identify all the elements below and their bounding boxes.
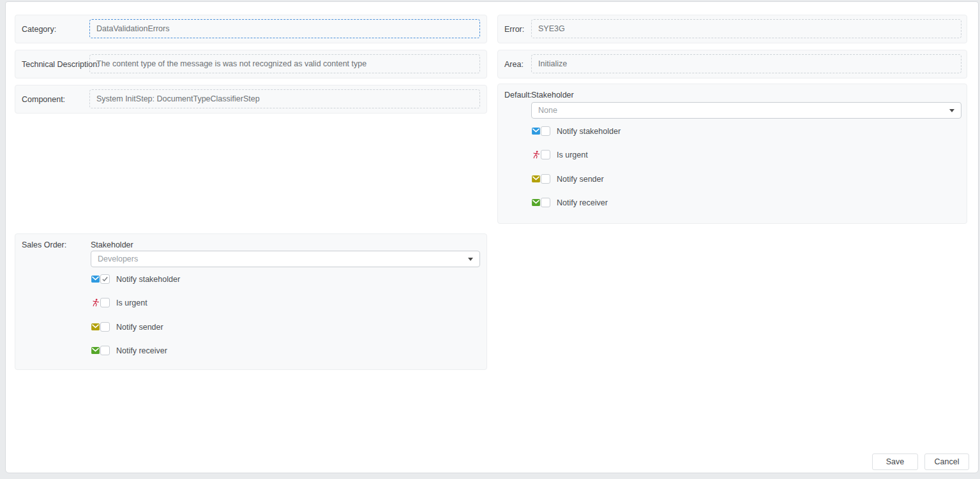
sales-order-is-urgent-row: Is urgent bbox=[91, 297, 147, 308]
mail-yellow-icon bbox=[532, 175, 540, 183]
runner-icon bbox=[91, 299, 100, 307]
error-input[interactable]: SYE3G bbox=[531, 19, 961, 38]
category-value: DataValidationErrors bbox=[96, 24, 169, 33]
sales-order-dropdown-value: Developers bbox=[98, 254, 468, 263]
default-section: Default: Stakeholder None Notify stakeho… bbox=[497, 84, 967, 224]
category-field-group: Category: DataValidationErrors bbox=[15, 15, 487, 43]
option-label: Is urgent bbox=[557, 151, 588, 159]
area-field-group: Area: Initialize bbox=[497, 50, 967, 78]
mail-yellow-icon bbox=[91, 323, 100, 331]
category-input[interactable]: DataValidationErrors bbox=[89, 19, 480, 38]
option-label: Notify receiver bbox=[116, 346, 167, 355]
component-label: Component: bbox=[22, 95, 65, 104]
chevron-down-icon bbox=[949, 109, 954, 112]
default-notify-stakeholder-row: Notify stakeholder bbox=[532, 126, 621, 136]
sales-order-label: Sales Order: bbox=[22, 240, 66, 249]
default-notify-sender-checkbox[interactable] bbox=[541, 174, 550, 184]
area-value: Initialize bbox=[538, 59, 567, 68]
technical-description-label: Technical Description: bbox=[22, 60, 100, 69]
technical-description-input[interactable]: The content type of the message is was n… bbox=[89, 54, 480, 73]
sales-order-notify-sender-row: Notify sender bbox=[91, 321, 163, 332]
sales-order-notify-receiver-row: Notify receiver bbox=[91, 345, 167, 356]
form-card: Category: DataValidationErrors Technical… bbox=[5, 1, 979, 473]
sales-order-stakeholder-dropdown[interactable]: Developers bbox=[91, 251, 480, 267]
sales-order-notify-sender-checkbox[interactable] bbox=[100, 322, 110, 332]
option-label: Notify stakeholder bbox=[557, 127, 621, 136]
error-field-group: Error: SYE3G bbox=[497, 15, 967, 43]
component-value: System InitStep: DocumentTypeClassifierS… bbox=[96, 94, 260, 103]
sales-order-notify-receiver-checkbox[interactable] bbox=[100, 346, 110, 355]
mail-green-icon bbox=[91, 347, 100, 355]
default-is-urgent-checkbox[interactable] bbox=[541, 150, 550, 159]
save-button[interactable]: Save bbox=[872, 453, 918, 470]
mail-green-icon bbox=[532, 199, 540, 207]
error-label: Error: bbox=[504, 25, 524, 34]
option-label: Notify sender bbox=[557, 175, 604, 184]
mail-blue-icon bbox=[91, 276, 100, 283]
component-input[interactable]: System InitStep: DocumentTypeClassifierS… bbox=[89, 89, 480, 108]
cancel-button[interactable]: Cancel bbox=[924, 453, 969, 470]
option-label: Notify receiver bbox=[557, 198, 608, 207]
technical-description-value: The content type of the message is was n… bbox=[96, 59, 366, 68]
area-input[interactable]: Initialize bbox=[531, 54, 961, 73]
mail-blue-icon bbox=[532, 128, 540, 135]
option-label: Notify sender bbox=[116, 323, 163, 332]
runner-icon bbox=[532, 151, 540, 159]
default-dropdown-value: None bbox=[538, 106, 949, 115]
technical-description-field-group: Technical Description: The content type … bbox=[15, 50, 487, 78]
default-notify-stakeholder-checkbox[interactable] bbox=[541, 126, 550, 136]
sales-order-notify-stakeholder-checkbox[interactable] bbox=[100, 274, 110, 284]
sales-order-notify-stakeholder-row: Notify stakeholder bbox=[91, 274, 180, 284]
default-notify-receiver-checkbox[interactable] bbox=[541, 198, 550, 207]
chevron-down-icon bbox=[468, 258, 473, 261]
default-stakeholder-heading: Stakeholder bbox=[531, 91, 574, 99]
category-label: Category: bbox=[22, 25, 56, 34]
default-label: Default: bbox=[504, 91, 532, 99]
component-field-group: Component: System InitStep: DocumentType… bbox=[15, 85, 487, 114]
default-stakeholder-dropdown[interactable]: None bbox=[531, 102, 961, 119]
default-notify-sender-row: Notify sender bbox=[532, 173, 604, 184]
error-value: SYE3G bbox=[538, 24, 565, 33]
sales-order-stakeholder-heading: Stakeholder bbox=[91, 240, 133, 249]
sales-order-section: Sales Order: Stakeholder Developers Noti… bbox=[15, 233, 487, 370]
option-label: Is urgent bbox=[116, 298, 147, 307]
sales-order-is-urgent-checkbox[interactable] bbox=[100, 298, 110, 307]
option-label: Notify stakeholder bbox=[116, 275, 180, 284]
area-label: Area: bbox=[504, 60, 524, 69]
default-notify-receiver-row: Notify receiver bbox=[532, 197, 608, 208]
default-is-urgent-row: Is urgent bbox=[532, 149, 588, 160]
